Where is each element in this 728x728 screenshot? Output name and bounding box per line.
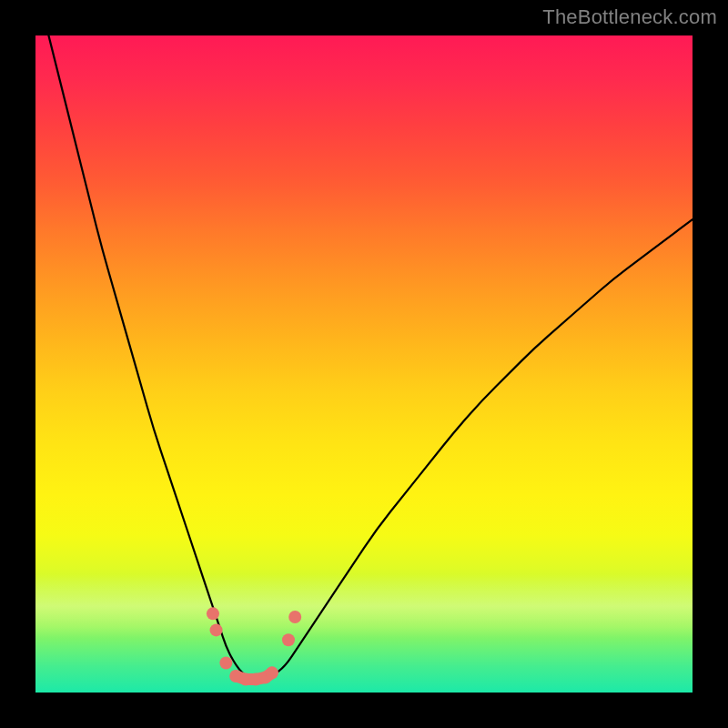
- watermark-text: TheBottleneck.com: [542, 5, 717, 29]
- curve-svg: [35, 35, 693, 693]
- chart-frame: TheBottleneck.com: [0, 0, 728, 728]
- marker-dot: [288, 611, 301, 623]
- bottleneck-curve: [35, 0, 693, 680]
- markers-group: [207, 607, 301, 685]
- marker-dot: [282, 633, 295, 646]
- marker-dot: [266, 666, 278, 679]
- marker-dot: [207, 607, 219, 620]
- marker-dot: [219, 657, 232, 670]
- plot-area: [35, 35, 693, 693]
- marker-dot: [210, 623, 223, 636]
